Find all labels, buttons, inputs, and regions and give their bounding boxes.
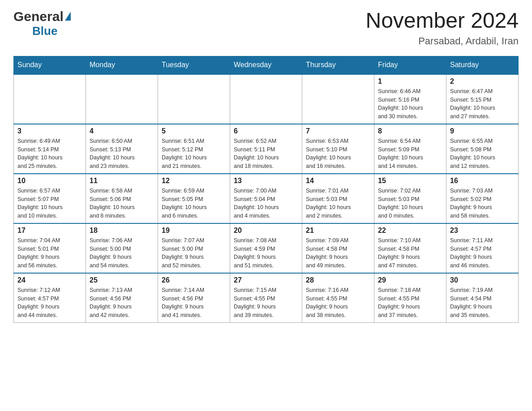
day-info: Sunrise: 6:50 AM Sunset: 5:13 PM Dayligh… xyxy=(90,137,154,171)
calendar-week-row: 17Sunrise: 7:04 AM Sunset: 5:01 PM Dayli… xyxy=(14,223,519,273)
day-number: 13 xyxy=(234,177,298,185)
day-info: Sunrise: 7:00 AM Sunset: 5:04 PM Dayligh… xyxy=(234,187,298,220)
day-number: 9 xyxy=(450,127,515,135)
day-of-week-header: Tuesday xyxy=(158,56,230,74)
day-number: 21 xyxy=(306,227,370,235)
day-info: Sunrise: 7:19 AM Sunset: 4:54 PM Dayligh… xyxy=(450,286,515,320)
day-info: Sunrise: 6:55 AM Sunset: 5:08 PM Dayligh… xyxy=(450,137,515,171)
day-info: Sunrise: 7:13 AM Sunset: 4:56 PM Dayligh… xyxy=(90,286,154,320)
day-number: 7 xyxy=(306,127,370,135)
day-number: 22 xyxy=(378,227,442,235)
day-number: 1 xyxy=(378,77,442,86)
day-number: 16 xyxy=(450,177,515,185)
day-info: Sunrise: 7:16 AM Sunset: 4:55 PM Dayligh… xyxy=(306,286,370,320)
calendar-day-cell: 7Sunrise: 6:53 AM Sunset: 5:10 PM Daylig… xyxy=(302,124,374,174)
calendar-day-cell: 25Sunrise: 7:13 AM Sunset: 4:56 PM Dayli… xyxy=(86,273,158,323)
calendar-day-cell: 11Sunrise: 6:58 AM Sunset: 5:06 PM Dayli… xyxy=(86,174,158,223)
calendar-day-cell: 8Sunrise: 6:54 AM Sunset: 5:09 PM Daylig… xyxy=(374,124,446,174)
title-section: November 2024 Parsabad, Ardabil, Iran xyxy=(365,9,519,47)
day-info: Sunrise: 7:09 AM Sunset: 4:58 PM Dayligh… xyxy=(306,236,370,270)
day-number: 24 xyxy=(17,276,82,284)
calendar-day-cell: 22Sunrise: 7:10 AM Sunset: 4:58 PM Dayli… xyxy=(374,223,446,273)
day-info: Sunrise: 6:58 AM Sunset: 5:06 PM Dayligh… xyxy=(90,187,154,220)
calendar-day-cell: 17Sunrise: 7:04 AM Sunset: 5:01 PM Dayli… xyxy=(14,223,86,273)
day-number: 5 xyxy=(162,127,226,135)
calendar-day-cell: 5Sunrise: 6:51 AM Sunset: 5:12 PM Daylig… xyxy=(158,124,230,174)
day-number: 18 xyxy=(90,227,154,235)
day-info: Sunrise: 6:59 AM Sunset: 5:05 PM Dayligh… xyxy=(162,187,226,220)
logo-blue-text: Blue xyxy=(32,24,57,38)
day-number: 19 xyxy=(162,227,226,235)
day-info: Sunrise: 7:02 AM Sunset: 5:03 PM Dayligh… xyxy=(378,187,442,220)
calendar-day-cell xyxy=(14,74,86,124)
day-info: Sunrise: 6:46 AM Sunset: 5:16 PM Dayligh… xyxy=(378,87,442,121)
calendar-day-cell: 14Sunrise: 7:01 AM Sunset: 5:03 PM Dayli… xyxy=(302,174,374,223)
day-info: Sunrise: 6:49 AM Sunset: 5:14 PM Dayligh… xyxy=(17,137,82,171)
calendar-header-row: SundayMondayTuesdayWednesdayThursdayFrid… xyxy=(14,56,519,74)
calendar-day-cell: 1Sunrise: 6:46 AM Sunset: 5:16 PM Daylig… xyxy=(374,74,446,124)
calendar-day-cell: 30Sunrise: 7:19 AM Sunset: 4:54 PM Dayli… xyxy=(446,273,519,323)
day-of-week-header: Friday xyxy=(374,56,446,74)
day-number: 29 xyxy=(378,276,442,284)
day-info: Sunrise: 7:01 AM Sunset: 5:03 PM Dayligh… xyxy=(306,187,370,220)
calendar-day-cell: 18Sunrise: 7:06 AM Sunset: 5:00 PM Dayli… xyxy=(86,223,158,273)
calendar-day-cell xyxy=(230,74,302,124)
day-info: Sunrise: 7:04 AM Sunset: 5:01 PM Dayligh… xyxy=(17,236,82,270)
calendar-day-cell: 10Sunrise: 6:57 AM Sunset: 5:07 PM Dayli… xyxy=(14,174,86,223)
calendar-day-cell: 15Sunrise: 7:02 AM Sunset: 5:03 PM Dayli… xyxy=(374,174,446,223)
calendar-table: SundayMondayTuesdayWednesdayThursdayFrid… xyxy=(13,56,519,323)
calendar-day-cell: 12Sunrise: 6:59 AM Sunset: 5:05 PM Dayli… xyxy=(158,174,230,223)
day-info: Sunrise: 7:11 AM Sunset: 4:57 PM Dayligh… xyxy=(450,236,515,270)
day-info: Sunrise: 7:03 AM Sunset: 5:02 PM Dayligh… xyxy=(450,187,515,220)
calendar-day-cell: 24Sunrise: 7:12 AM Sunset: 4:57 PM Dayli… xyxy=(14,273,86,323)
day-number: 26 xyxy=(162,276,226,284)
day-info: Sunrise: 7:08 AM Sunset: 4:59 PM Dayligh… xyxy=(234,236,298,270)
day-of-week-header: Saturday xyxy=(446,56,519,74)
day-of-week-header: Thursday xyxy=(302,56,374,74)
day-number: 2 xyxy=(450,77,515,86)
day-number: 6 xyxy=(234,127,298,135)
day-info: Sunrise: 7:07 AM Sunset: 5:00 PM Dayligh… xyxy=(162,236,226,270)
calendar-day-cell xyxy=(86,74,158,124)
day-number: 11 xyxy=(90,177,154,185)
day-number: 3 xyxy=(17,127,82,135)
day-number: 20 xyxy=(234,227,298,235)
day-number: 30 xyxy=(450,276,515,284)
calendar-day-cell: 4Sunrise: 6:50 AM Sunset: 5:13 PM Daylig… xyxy=(86,124,158,174)
calendar-day-cell xyxy=(158,74,230,124)
day-info: Sunrise: 6:47 AM Sunset: 5:15 PM Dayligh… xyxy=(450,87,515,121)
day-info: Sunrise: 7:06 AM Sunset: 5:00 PM Dayligh… xyxy=(90,236,154,270)
day-number: 14 xyxy=(306,177,370,185)
day-number: 12 xyxy=(162,177,226,185)
day-info: Sunrise: 7:14 AM Sunset: 4:56 PM Dayligh… xyxy=(162,286,226,320)
calendar-day-cell: 9Sunrise: 6:55 AM Sunset: 5:08 PM Daylig… xyxy=(446,124,519,174)
calendar-day-cell: 3Sunrise: 6:49 AM Sunset: 5:14 PM Daylig… xyxy=(14,124,86,174)
day-number: 28 xyxy=(306,276,370,284)
calendar-week-row: 3Sunrise: 6:49 AM Sunset: 5:14 PM Daylig… xyxy=(14,124,519,174)
day-number: 15 xyxy=(378,177,442,185)
day-number: 23 xyxy=(450,227,515,235)
calendar-day-cell: 20Sunrise: 7:08 AM Sunset: 4:59 PM Dayli… xyxy=(230,223,302,273)
day-info: Sunrise: 7:10 AM Sunset: 4:58 PM Dayligh… xyxy=(378,236,442,270)
day-number: 25 xyxy=(90,276,154,284)
day-info: Sunrise: 6:57 AM Sunset: 5:07 PM Dayligh… xyxy=(17,187,82,220)
month-year-title: November 2024 xyxy=(365,9,519,33)
logo-arrow-icon xyxy=(65,12,71,21)
day-of-week-header: Monday xyxy=(86,56,158,74)
calendar-week-row: 24Sunrise: 7:12 AM Sunset: 4:57 PM Dayli… xyxy=(14,273,519,323)
day-number: 10 xyxy=(17,177,82,185)
day-of-week-header: Sunday xyxy=(14,56,86,74)
logo: General Blue xyxy=(13,9,71,38)
day-info: Sunrise: 6:52 AM Sunset: 5:11 PM Dayligh… xyxy=(234,137,298,171)
day-info: Sunrise: 6:51 AM Sunset: 5:12 PM Dayligh… xyxy=(162,137,226,171)
logo-general-text: General xyxy=(13,9,64,24)
page-header: General Blue November 2024 Parsabad, Ard… xyxy=(13,9,519,47)
day-number: 4 xyxy=(90,127,154,135)
calendar-day-cell: 23Sunrise: 7:11 AM Sunset: 4:57 PM Dayli… xyxy=(446,223,519,273)
day-number: 27 xyxy=(234,276,298,284)
calendar-day-cell xyxy=(302,74,374,124)
calendar-day-cell: 19Sunrise: 7:07 AM Sunset: 5:00 PM Dayli… xyxy=(158,223,230,273)
location-subtitle: Parsabad, Ardabil, Iran xyxy=(365,35,519,47)
day-of-week-header: Wednesday xyxy=(230,56,302,74)
day-info: Sunrise: 7:12 AM Sunset: 4:57 PM Dayligh… xyxy=(17,286,82,320)
